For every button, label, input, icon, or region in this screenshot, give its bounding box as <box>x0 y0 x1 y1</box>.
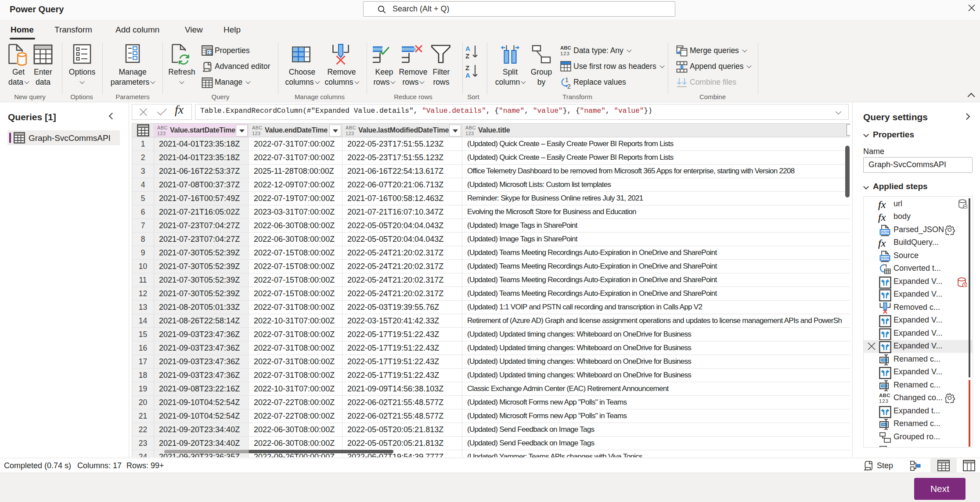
svg-text:A: A <box>465 72 470 79</box>
svg-text:2: 2 <box>567 83 571 89</box>
svg-text:123: 123 <box>560 51 570 56</box>
svg-text:ABC: ABC <box>560 45 571 50</box>
svg-text:Z: Z <box>465 64 469 72</box>
svg-text:A: A <box>465 45 470 52</box>
svg-text:Z: Z <box>465 52 469 60</box>
svg-text:1: 1 <box>565 77 569 83</box>
